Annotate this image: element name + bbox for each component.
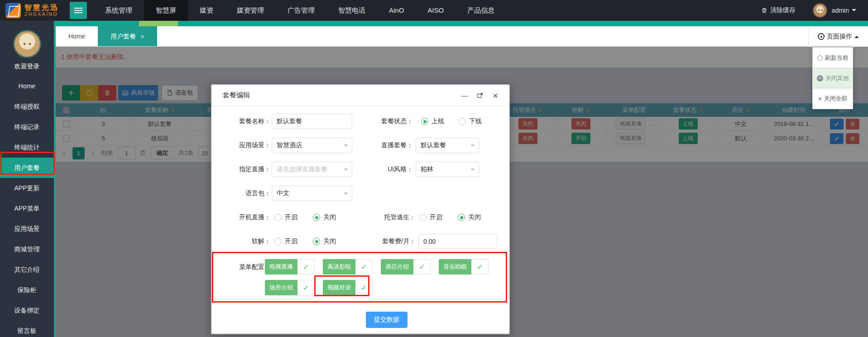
tab-close-icon[interactable]: × xyxy=(140,33,144,40)
menu-badge-video-intercom[interactable]: 视频对讲✓ xyxy=(323,280,373,295)
chevron-down-icon xyxy=(470,168,475,173)
live-package-label: 直播套餐： xyxy=(352,141,413,149)
chevron-up-icon xyxy=(854,34,859,38)
chevron-down-icon xyxy=(852,9,856,14)
radio-icon xyxy=(458,214,465,221)
boot-live-label: 开机直播： xyxy=(212,213,271,221)
sidebar-item-user-packages[interactable]: 用户套餐 xyxy=(0,158,54,178)
radio-boot-on[interactable]: 开启 xyxy=(274,213,297,221)
clear-cache-button[interactable]: 清除缓存 xyxy=(761,6,796,14)
nav-item-media[interactable]: 媒资 xyxy=(188,0,225,21)
package-name-input[interactable] xyxy=(272,114,352,129)
radio-icon xyxy=(274,214,282,221)
radio-icon xyxy=(274,238,282,245)
nav-item-products[interactable]: 产品信息 xyxy=(456,0,506,21)
decode-label: 软解： xyxy=(212,237,271,246)
clear-cache-label: 清除缓存 xyxy=(770,6,796,14)
refresh-icon xyxy=(817,55,823,61)
ui-style-select[interactable]: 柏林 xyxy=(416,162,479,177)
target-icon xyxy=(818,33,825,40)
nav-item-media-mgmt[interactable]: 媒资管理 xyxy=(225,0,276,21)
check-icon: ✓ xyxy=(471,259,489,274)
nav-item-system[interactable]: 系统管理 xyxy=(93,0,144,21)
modal-title: 套餐编辑 xyxy=(223,91,250,100)
radio-decode-on[interactable]: 开启 xyxy=(274,237,297,246)
live-package-select[interactable]: 默认套餐 xyxy=(416,138,479,153)
logo-subtitle: ZHGXAINO xyxy=(24,12,59,17)
language-pack-select[interactable]: 中文 xyxy=(272,186,352,201)
ui-style-label: UI风格： xyxy=(352,165,413,173)
nav-item-smartscreen[interactable]: 智慧屏 xyxy=(144,0,188,21)
minimize-icon[interactable]: — xyxy=(461,92,468,99)
menu-badge-music-sleep[interactable]: 音乐助眠✓ xyxy=(439,259,489,274)
assign-live-select[interactable]: 请先选择直播套餐 xyxy=(272,162,352,177)
sidebar-avatar xyxy=(13,30,41,58)
page-operations-menu: 刷新当前 × 关闭其他 × 关闭全部 xyxy=(812,47,853,109)
sidebar-item-terminal-auth[interactable]: 终端授权 xyxy=(0,96,54,117)
maximize-icon[interactable] xyxy=(477,92,484,99)
nav-item-aiso[interactable]: AISO xyxy=(416,0,456,21)
nav-item-aino[interactable]: AinO xyxy=(377,0,416,21)
sidebar-item-app-scenes[interactable]: 应用场景 xyxy=(0,219,54,239)
sidebar-item-terminal-records[interactable]: 终端记录 xyxy=(0,117,54,137)
sidebar-item-home[interactable]: Home xyxy=(0,76,54,96)
radio-escape-on[interactable]: 开启 xyxy=(419,213,442,221)
nav-item-smartphone[interactable]: 智慧电话 xyxy=(326,0,377,21)
escape-label: 托管逃生： xyxy=(355,213,416,221)
sidebar-item-safe-box[interactable]: 保险柜 xyxy=(0,280,54,300)
user-menu[interactable]: admin xyxy=(832,7,856,14)
radio-online[interactable]: 上线 xyxy=(417,117,448,125)
tab-top-strip-highlight xyxy=(139,21,178,26)
menu-badge-tv-live[interactable]: 电视直播✓ xyxy=(265,259,315,274)
radio-offline[interactable]: 下线 xyxy=(459,117,482,125)
trash-icon xyxy=(761,7,767,14)
sidebar-item-mall-mgmt[interactable]: 商城管理 xyxy=(0,239,54,260)
check-icon: ✓ xyxy=(297,259,315,274)
radio-boot-off[interactable]: 关闭 xyxy=(308,213,340,221)
sidebar-menu: Home 终端授权 终端记录 终端统计 用户套餐 APP更新 APP菜单 应用场… xyxy=(0,76,54,337)
welcome-text: 欢迎登录 xyxy=(0,63,54,71)
radio-decode-off[interactable]: 关闭 xyxy=(308,237,340,246)
package-edit-modal: 套餐编辑 — × 套餐名称： 套餐状态： 上线 下线 应用场景： 智慧酒店 直播… xyxy=(211,84,510,334)
scene-label: 应用场景： xyxy=(212,141,271,149)
tab-user-packages[interactable]: 用户套餐 × xyxy=(98,26,157,46)
tab-home[interactable]: Home xyxy=(56,26,98,46)
chevron-down-icon xyxy=(344,193,348,197)
scene-select[interactable]: 智慧酒店 xyxy=(272,138,352,153)
assign-live-label: 指定直播： xyxy=(212,165,271,173)
sidebar-item-app-menu[interactable]: APP菜单 xyxy=(0,198,54,219)
menu-badge-hotel-intro[interactable]: 酒店介绍✓ xyxy=(381,259,431,274)
radio-escape-off[interactable]: 关闭 xyxy=(453,213,484,221)
fee-label: 套餐费/月： xyxy=(355,237,416,246)
fee-input[interactable] xyxy=(418,234,497,249)
menu-item-refresh-current[interactable]: 刷新当前 xyxy=(813,48,853,68)
chevron-down-icon xyxy=(470,144,475,149)
check-icon: ✓ xyxy=(355,280,373,295)
page-operations-button[interactable]: 页面操作 xyxy=(808,26,868,47)
menu-config-badges: 电视直播✓ 高清影院✓ 酒店介绍✓ 音乐助眠✓ 场所介绍✓ 视频对讲✓ xyxy=(265,259,496,295)
sidebar-item-other-intro[interactable]: 其它介绍 xyxy=(0,260,54,280)
submit-button[interactable]: 提交数据 xyxy=(366,312,408,328)
nav-item-ads[interactable]: 广告管理 xyxy=(276,0,326,21)
chevron-down-icon xyxy=(344,144,348,149)
hamburger-icon xyxy=(74,8,82,13)
close-icon[interactable]: × xyxy=(493,91,498,100)
menu-item-close-others[interactable]: × 关闭其他 xyxy=(813,68,853,88)
logo-title: 智慧光迅 xyxy=(24,4,59,12)
sidebar-item-app-update[interactable]: APP更新 xyxy=(0,178,54,198)
radio-icon xyxy=(313,214,320,221)
tab-user-packages-label: 用户套餐 xyxy=(110,26,136,47)
sidebar-item-terminal-stats[interactable]: 终端统计 xyxy=(0,137,54,158)
sidebar-collapse-button[interactable] xyxy=(70,2,87,19)
sidebar-item-device-binding[interactable]: 设备绑定 xyxy=(0,300,54,321)
user-avatar[interactable] xyxy=(813,3,827,18)
menu-badge-hd-cinema[interactable]: 高清影院✓ xyxy=(323,259,373,274)
menu-item-close-all[interactable]: × 关闭全部 xyxy=(813,88,853,109)
menu-badge-venue-intro[interactable]: 场所介绍✓ xyxy=(265,280,315,295)
sidebar-accent-line xyxy=(54,21,56,337)
sidebar-item-message-board[interactable]: 留言板 xyxy=(0,321,54,337)
tab-top-strip xyxy=(56,21,868,26)
top-nav: 系统管理 智慧屏 媒资 媒资管理 广告管理 智慧电话 AinO AISO 产品信… xyxy=(93,0,506,21)
radio-icon xyxy=(459,118,466,125)
sidebar: 欢迎登录 Home 终端授权 终端记录 终端统计 用户套餐 APP更新 APP菜… xyxy=(0,21,54,337)
